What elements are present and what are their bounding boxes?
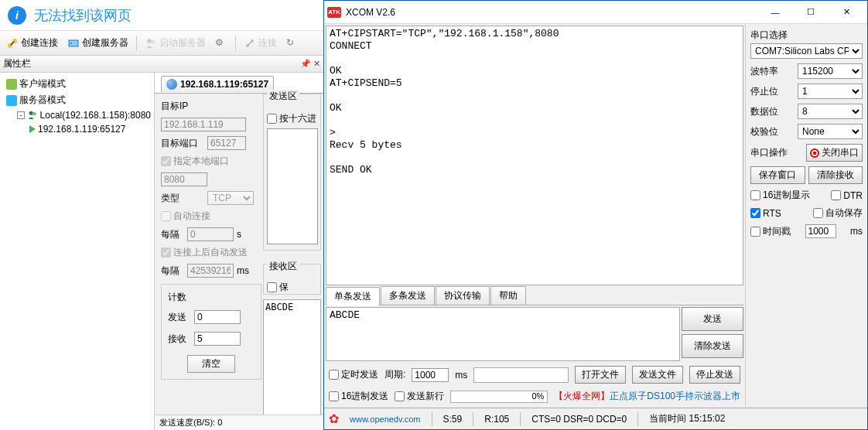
pin-icon[interactable]: 📌 ✕ xyxy=(300,59,320,69)
file-path-input[interactable] xyxy=(473,367,569,383)
create-server-button[interactable]: 创建服务器 xyxy=(64,35,132,51)
play-icon xyxy=(29,125,36,133)
period-unit: ms xyxy=(455,370,467,381)
clear-recv-button[interactable]: 清除接收 xyxy=(808,166,863,184)
dtr-label: DTR xyxy=(843,190,863,201)
connect-button[interactable]: 连接 xyxy=(241,35,280,51)
refresh-icon: ↻ xyxy=(286,37,299,49)
send-tabs: 单条发送 多条发送 协议传输 帮助 xyxy=(326,287,743,305)
send-count-input[interactable] xyxy=(194,310,241,324)
tab-help[interactable]: 帮助 xyxy=(490,286,526,305)
ad-link[interactable]: 【火爆全网】正点原子DS100手持示波器上市 xyxy=(554,390,740,403)
svg-point-7 xyxy=(246,44,249,47)
auto-send-check: 连接上后自动发送 xyxy=(161,246,261,259)
tree-label: Local(192.168.1.158):8080 xyxy=(40,110,151,121)
interval2-input xyxy=(187,264,234,278)
rts-check[interactable]: RTS xyxy=(750,208,781,219)
tab-multi-send[interactable]: 多条发送 xyxy=(381,286,435,305)
auto-connect-label: 自动连接 xyxy=(173,210,210,223)
dtr-checkbox[interactable] xyxy=(831,190,841,200)
status-signals: CTS=0 DSR=0 DCD=0 xyxy=(531,414,627,425)
save-window-button[interactable]: 保存窗口 xyxy=(750,166,805,184)
close-port-label: 关闭串口 xyxy=(822,146,859,159)
period-input[interactable] xyxy=(412,368,449,382)
hex-send-check[interactable]: 16进制发送 xyxy=(329,390,388,403)
tree-client-node[interactable]: 192.168.1.119:65127 xyxy=(2,122,152,136)
unit-ms: ms xyxy=(237,265,249,276)
recv-count-label: 接收 xyxy=(168,333,191,346)
timestamp-checkbox[interactable] xyxy=(750,227,760,237)
timestamp-input[interactable] xyxy=(805,224,836,238)
status-separator xyxy=(473,412,473,426)
hex-display-check[interactable]: 16进制显示 xyxy=(750,189,810,202)
target-ip-label: 目标IP xyxy=(161,100,204,113)
interval1-input xyxy=(187,227,234,241)
clear-button[interactable]: 清空 xyxy=(187,355,235,373)
toolbar-refresh-button[interactable]: ↻ xyxy=(283,36,302,51)
send-button[interactable]: 发送 xyxy=(682,307,743,331)
start-server-button[interactable]: 启动服务器 xyxy=(142,35,209,51)
local-port-label: 指定本地端口 xyxy=(173,155,229,168)
send-newline-checkbox[interactable] xyxy=(395,391,405,401)
hex-send-checkbox[interactable] xyxy=(329,391,339,401)
dtr-check[interactable]: DTR xyxy=(831,190,863,201)
send-textarea[interactable]: ABCDE xyxy=(326,307,680,361)
rts-checkbox[interactable] xyxy=(750,208,760,218)
maximize-button[interactable]: ☐ xyxy=(793,1,829,24)
tree-label: 客户端模式 xyxy=(19,77,66,90)
recv-opt-check[interactable]: 保 xyxy=(267,281,317,294)
port-select[interactable]: COM7:Silicon Labs CP2 xyxy=(750,43,863,59)
tree-server-mode[interactable]: 服务器模式 xyxy=(2,92,152,108)
hex-send-check[interactable]: 按十六进 xyxy=(267,112,317,125)
collapse-icon[interactable]: - xyxy=(17,111,25,119)
toolbar-gear-button[interactable]: ⚙ xyxy=(212,36,231,51)
send-newline-label: 发送新行 xyxy=(407,390,444,403)
create-connection-button[interactable]: 创建连接 xyxy=(3,35,61,51)
close-port-button[interactable]: 关闭串口 xyxy=(806,144,863,162)
send-file-button[interactable]: 发送文件 xyxy=(632,366,683,384)
terminal-output[interactable]: AT+CIPSTART="TCP","192.168.1.158",8080 C… xyxy=(326,26,743,285)
tab-single-send[interactable]: 单条发送 xyxy=(326,287,380,305)
form-tab-title: 192.168.1.119:65127 xyxy=(180,79,268,90)
tab-protocol[interactable]: 协议传输 xyxy=(436,286,490,305)
status-send-bytes: S:59 xyxy=(443,414,463,425)
close-button[interactable]: ✕ xyxy=(829,1,864,24)
open-file-button[interactable]: 打开文件 xyxy=(575,366,626,384)
progress-label: 0% xyxy=(531,391,544,401)
baud-select[interactable]: 115200 xyxy=(798,63,863,79)
settings-icon[interactable]: ✿ xyxy=(329,411,339,426)
recv-opt-checkbox[interactable] xyxy=(267,282,277,292)
parity-select[interactable]: None xyxy=(798,124,863,139)
data-select[interactable]: 8 xyxy=(798,104,863,119)
tree-panel: 客户端模式 服务器模式 - Local(192.168.1.158):8080 … xyxy=(0,73,155,430)
status-separator xyxy=(520,412,521,426)
titlebar: ATK XCOM V2.6 — ☐ ✕ xyxy=(324,1,867,24)
tree-label: 服务器模式 xyxy=(19,94,66,107)
hex-display-checkbox[interactable] xyxy=(750,190,760,200)
timed-send-check[interactable]: 定时发送 xyxy=(329,368,378,381)
left-toolbar: 创建连接 创建服务器 启动服务器 ⚙ 连接 ↻ xyxy=(0,31,323,56)
hex-send-checkbox[interactable] xyxy=(267,114,277,124)
clear-send-button[interactable]: 清除发送 xyxy=(682,334,743,358)
timestamp-check[interactable]: 时间戳 xyxy=(750,225,791,238)
ts-unit: ms xyxy=(850,226,863,237)
autosave-checkbox[interactable] xyxy=(813,208,823,218)
tree-client-mode[interactable]: 客户端模式 xyxy=(2,76,152,92)
autosave-check[interactable]: 自动保存 xyxy=(813,206,863,220)
users-icon xyxy=(145,37,157,49)
form-panel: 192.168.1.119:65127 目标IP 目标端口 指定本地端口 类型 … xyxy=(155,73,323,430)
form-tab[interactable]: 192.168.1.119:65127 xyxy=(161,76,274,92)
svg-point-10 xyxy=(32,112,36,115)
send-newline-check[interactable]: 发送新行 xyxy=(395,390,444,403)
stop-send-button[interactable]: 停止发送 xyxy=(689,366,740,384)
stop-select[interactable]: 1 xyxy=(798,84,863,99)
auto-connect-check: 自动连接 xyxy=(161,210,261,223)
send-textarea[interactable] xyxy=(267,128,318,244)
timed-send-checkbox[interactable] xyxy=(329,370,339,380)
tree-local-node[interactable]: - Local(192.168.1.158):8080 xyxy=(2,108,152,122)
website-link[interactable]: www.openedv.com xyxy=(350,415,421,424)
minimize-button[interactable]: — xyxy=(757,1,793,24)
recv-count-input[interactable] xyxy=(194,332,241,346)
status-separator xyxy=(637,412,638,426)
auto-connect-checkbox xyxy=(161,211,171,221)
